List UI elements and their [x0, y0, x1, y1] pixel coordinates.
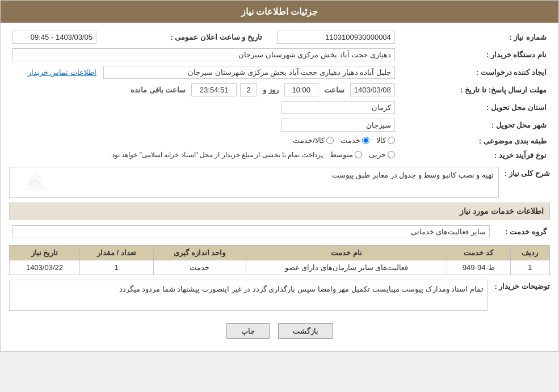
delivery-city-label: شهر محل تحویل : [398, 116, 550, 134]
table-cell-1: ط-94-949 [447, 260, 511, 275]
purchase-type-note: پرداخت تمام یا بخشی از مبلغ خریدار از مح… [110, 151, 323, 159]
purchase-type-label: نوع فرآیند خرید : [398, 148, 550, 162]
table-row: 1ط-94-949فعالیت‌های سایر سازمان‌های دارا… [10, 260, 550, 275]
col-quantity: تعداد / مقدار [79, 246, 153, 260]
need-description-label: شرح کلی نیاز : [499, 167, 550, 178]
table-cell-4: 1 [79, 260, 153, 275]
table-cell-2: فعالیت‌های سایر سازمان‌های دارای عضو [246, 260, 447, 275]
watermark [12, 168, 58, 196]
category-option-goods-service[interactable]: کالا/خدمت [293, 136, 334, 145]
purchase-type-partial[interactable]: جزیی [369, 150, 395, 159]
creator-label: ایجاد کننده درخواست : [398, 64, 550, 81]
contact-link[interactable]: اطلاعات تماس خریدار [28, 68, 96, 77]
response-date: 1403/03/08 [350, 83, 395, 96]
creator-value: جلیل آباده دهیار دهیاری حجت آباد بخش مرک… [103, 66, 395, 79]
table-cell-0: 1 [510, 260, 549, 275]
services-section-header: اطلاعات خدمات مورد نیاز [9, 203, 550, 220]
col-unit: واحد اندازه گیری [153, 246, 246, 260]
delivery-province-label: استان محل تحویل : [398, 99, 550, 116]
col-service-name: نام خدمت [246, 246, 447, 260]
service-group-table: گروه خدمت : سایر فعالیت‌های خدماتی [9, 223, 550, 241]
page-header: جزئیات اطلاعات نیاز [1, 1, 558, 23]
announcement-datetime-label: تاریخ و ساعت اعلان عمومی : [100, 28, 274, 46]
category-option-service[interactable]: خدمت [341, 136, 369, 145]
category-option-goods[interactable]: کالا [376, 136, 395, 145]
buttons-row: بازگشت چاپ [9, 317, 550, 345]
response-time-label: ساعت [322, 86, 347, 94]
col-row-num: ردیف [510, 246, 549, 260]
response-remaining: 23:54:51 [191, 83, 237, 96]
announcement-datetime-value: 1403/03/05 - 09:45 [12, 31, 96, 44]
need-number-value: 1103100930000004 [277, 31, 395, 44]
response-remaining-label: ساعت باقی مانده [128, 86, 188, 94]
col-date: تاریخ نیاز [10, 246, 80, 260]
category-radio-group: کالا خدمت کالا/خدمت [293, 136, 395, 145]
table-cell-3: خدمت [153, 260, 246, 275]
col-service-code: کد خدمت [447, 246, 511, 260]
buyer-notes-label: توضیحات خریدار : [487, 280, 550, 290]
buyer-org-label: نام دستگاه خریدار : [398, 46, 550, 64]
print-button[interactable]: چاپ [226, 323, 270, 339]
response-deadline-label: مهلت ارسال پاسخ: تا تاریخ : [398, 81, 550, 99]
need-number-label: شماره نیاز : [398, 28, 550, 46]
service-group-value: سایر فعالیت‌های خدماتی [12, 225, 490, 238]
buyer-notes-value: تمام اسناد ومدارک پیوست میبایست تکمیل مه… [9, 280, 487, 311]
response-days-label: روز و [260, 86, 281, 94]
main-info-table: شماره نیاز : 1103100930000004 تاریخ و سا… [9, 28, 550, 162]
service-group-label: گروه خدمت : [493, 223, 550, 241]
back-button[interactable]: بازگشت [278, 323, 333, 339]
response-time: 10:00 [284, 83, 318, 96]
purchase-type-radio-group: جزیی متوسط پرداخت تمام یا بخشی از مبلغ خ… [110, 150, 395, 159]
response-days: 2 [240, 83, 257, 96]
table-cell-5: 1403/03/22 [10, 260, 80, 275]
purchase-type-medium[interactable]: متوسط [330, 150, 362, 159]
category-label: طبقه بندی موضوعی : [398, 134, 550, 148]
page-title: جزئیات اطلاعات نیاز [241, 7, 318, 16]
need-description-box: تهیه و نصب کانبو وسط و جدول در معابر طبق… [9, 167, 499, 198]
delivery-city-value: سیرجان [281, 119, 395, 132]
need-description-value: تهیه و نصب کانبو وسط و جدول در معابر طبق… [332, 171, 494, 179]
services-data-table: ردیف کد خدمت نام خدمت واحد اندازه گیری ت… [9, 245, 550, 275]
buyer-org-value: دهیاری حجت آباد بخش مرکزی شهرستان سیرجان [12, 48, 395, 61]
delivery-province-value: کرمان [281, 101, 395, 114]
